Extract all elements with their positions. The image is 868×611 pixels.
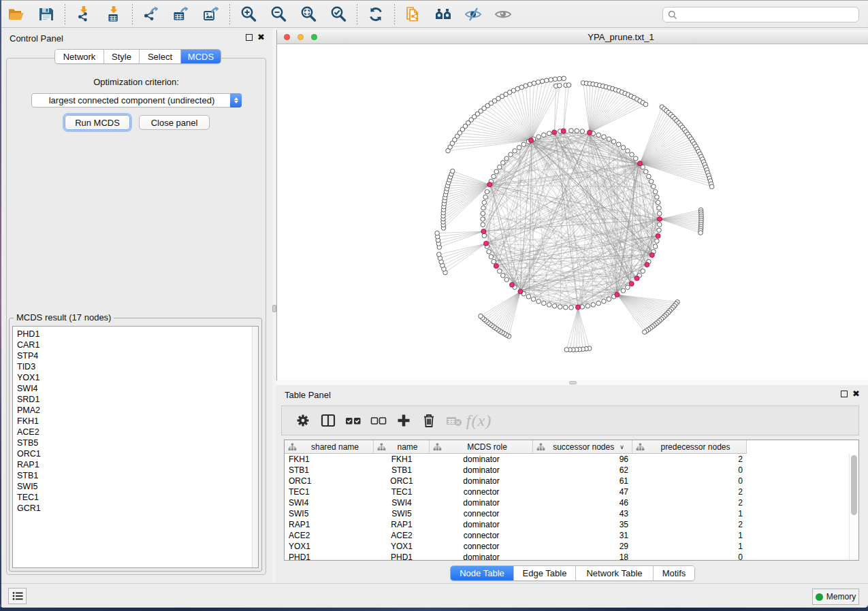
clone-network-button[interactable] [398,3,428,26]
graph-node[interactable] [562,76,566,81]
graph-node[interactable] [504,278,509,282]
graph-node[interactable] [580,129,585,134]
tab-network[interactable]: Network [55,50,104,63]
graph-node[interactable] [655,239,660,244]
graph-hub-node[interactable] [649,252,654,257]
graph-node[interactable] [492,174,496,179]
zoom-out-button[interactable] [263,3,293,26]
first-neighbors-button[interactable] [428,3,458,26]
graph-node[interactable] [653,244,658,249]
graph-node[interactable] [641,269,645,274]
horizontal-splitter[interactable] [276,380,868,385]
graph-node[interactable] [585,303,590,308]
mcds-result-item[interactable]: RAP1 [17,459,258,470]
mcds-result-item[interactable]: SRD1 [17,394,258,405]
graph-node[interactable] [483,195,488,199]
export-image-button[interactable] [196,3,226,26]
graph-node[interactable] [575,129,579,133]
mcds-list-scrollbar[interactable] [252,327,258,567]
graph-hub-node[interactable] [552,130,557,135]
graph-node[interactable] [558,305,562,310]
graph-node[interactable] [481,205,486,210]
table-row[interactable]: FKH1FKH1dominator962 [285,454,858,465]
graph-hub-node[interactable] [487,182,492,187]
table-row[interactable]: TEC1TEC1connector472 [285,486,858,497]
graph-node[interactable] [532,81,536,86]
hide-selected-button[interactable] [458,3,488,26]
graph-node[interactable] [547,131,551,136]
table-row[interactable]: ACE2ACE2connector311 [285,530,858,541]
zoom-window-icon[interactable] [311,34,317,40]
graph-node[interactable] [509,152,513,157]
mcds-result-item[interactable]: CAR1 [17,340,258,350]
graph-node[interactable] [626,285,630,290]
graph-node[interactable] [549,78,553,82]
graph-hub-node[interactable] [638,161,643,166]
graph-node[interactable] [602,299,607,304]
graph-node[interactable] [657,212,662,216]
graph-node[interactable] [501,274,506,278]
status-list-button[interactable] [8,588,27,604]
import-network-button[interactable] [69,3,99,26]
graph-node[interactable] [542,133,547,137]
graph-node[interactable] [580,305,585,310]
graph-node[interactable] [482,200,487,205]
mcds-result-item[interactable]: TEC1 [17,492,258,503]
graph-node[interactable] [558,76,562,81]
table-row[interactable]: RAP1RAP1dominator352 [285,519,858,530]
float-panel-icon[interactable] [246,34,253,41]
graph-node[interactable] [498,269,502,274]
graph-hub-node[interactable] [518,289,523,294]
column-header-name[interactable]: name [374,440,430,454]
graph-hub-node[interactable] [484,241,489,246]
graph-node[interactable] [611,139,616,144]
mcds-result-item[interactable]: FKH1 [17,416,258,427]
table-scrollbar[interactable] [849,454,858,560]
graph-hub-node[interactable] [658,217,662,222]
graph-node[interactable] [482,233,487,238]
graph-node[interactable] [657,205,662,210]
graph-node[interactable] [626,149,630,154]
open-file-button[interactable] [1,3,31,26]
graph-hub-node[interactable] [629,282,634,286]
graph-node[interactable] [437,252,442,257]
tab-network-table[interactable]: Network Table [576,566,654,580]
mcds-result-item[interactable]: STP4 [17,350,258,361]
mcds-result-item[interactable]: ORC1 [17,448,258,459]
mcds-result-item[interactable]: SWI4 [17,383,258,394]
graph-node[interactable] [498,165,502,169]
graph-node[interactable] [621,146,626,150]
mcds-result-item[interactable]: ACE2 [17,427,258,437]
column-header-shared-name[interactable]: shared name [285,440,374,454]
mcds-result-item[interactable]: STB1 [17,470,258,481]
graph-node[interactable] [644,169,649,174]
delete-button[interactable] [416,408,441,433]
tab-motifs[interactable]: Motifs [654,566,694,580]
export-table-button[interactable] [166,3,196,26]
graph-node[interactable] [526,295,531,299]
table-row[interactable]: PHD1PHD1dominator180 [285,552,858,561]
graph-node[interactable] [481,222,485,227]
graph-hub-node[interactable] [645,263,649,267]
tab-select[interactable]: Select [140,50,181,63]
graph-node[interactable] [698,231,703,235]
horizontal-splitter-handle[interactable] [569,381,577,384]
graph-node[interactable] [528,82,532,87]
graph-node[interactable] [652,184,656,189]
search-input[interactable] [678,8,858,21]
column-header-successor-nodes[interactable]: successor nodes∨ [533,440,632,454]
graph-node[interactable] [709,184,714,189]
graph-node[interactable] [657,228,662,233]
mcds-result-item[interactable]: PMA2 [17,405,258,416]
graph-node[interactable] [492,259,496,264]
mcds-result-item[interactable]: YOX1 [17,372,258,383]
graph-hub-node[interactable] [510,282,515,287]
split-columns-button[interactable] [315,408,340,433]
mcds-result-item[interactable]: STB5 [17,437,258,448]
run-mcds-button[interactable]: Run MCDS [65,115,130,130]
graph-node[interactable] [630,152,634,157]
export-network-button[interactable] [136,3,166,26]
graph-node[interactable] [536,135,541,139]
graph-node[interactable] [621,288,626,293]
tab-mcds[interactable]: MCDS [181,50,221,63]
